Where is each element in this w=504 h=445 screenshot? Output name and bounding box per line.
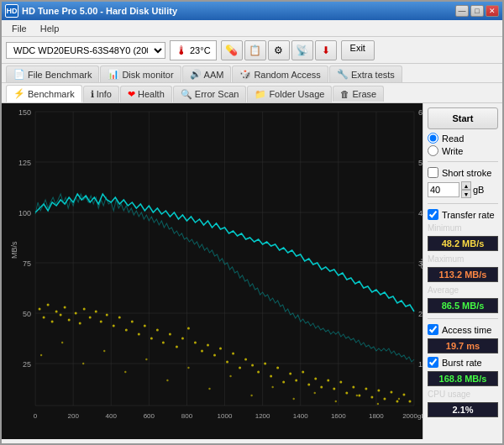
tab-health[interactable]: ❤ Health	[120, 86, 172, 102]
tab-erase[interactable]: 🗑 Erase	[333, 86, 384, 102]
svg-point-115	[208, 388, 210, 390]
svg-point-95	[339, 381, 342, 384]
transfer-rate-checkbox[interactable]: Transfer rate	[428, 209, 498, 220]
svg-point-92	[320, 386, 323, 389]
tab-aam-label: AAM	[204, 70, 224, 80]
svg-point-46	[47, 304, 50, 306]
svg-text:100: 100	[18, 209, 31, 217]
svg-text:10: 10	[418, 360, 423, 369]
svg-text:20: 20	[418, 310, 423, 318]
svg-point-55	[89, 317, 92, 319]
start-button[interactable]: Start	[428, 107, 498, 129]
tab-error-scan[interactable]: 🔍 Error Scan	[173, 86, 247, 102]
tab-benchmark[interactable]: ⚡ Benchmark	[6, 85, 82, 102]
svg-text:1600: 1600	[331, 412, 346, 420]
chart-area: 150 125 100 75 50 25 MB/s 60 50 40 30 20…	[2, 103, 423, 439]
maximize-button[interactable]: □	[470, 5, 484, 17]
toolbar-btn-1[interactable]: 💊	[221, 40, 243, 60]
write-radio[interactable]: Write	[428, 145, 498, 156]
svg-text:2000gB: 2000gB	[402, 412, 423, 420]
write-label: Write	[442, 146, 463, 156]
burst-rate-checkbox[interactable]: Burst rate	[428, 357, 498, 368]
svg-point-44	[39, 308, 41, 311]
short-stroke-input[interactable]	[428, 167, 438, 178]
svg-point-120	[314, 392, 316, 394]
burst-rate-input[interactable]	[428, 357, 438, 368]
spin-down[interactable]: ▼	[461, 190, 471, 198]
read-radio[interactable]: Read	[428, 133, 498, 144]
svg-point-51	[68, 319, 71, 322]
svg-point-45	[43, 317, 45, 319]
drive-select[interactable]: WDC WD20EURS-63S48Y0 (2000 gB)	[6, 42, 165, 59]
burst-rate-value: 168.8 MB/s	[430, 374, 496, 384]
read-label: Read	[442, 134, 464, 144]
cpu-usage-label: CPU usage	[428, 390, 498, 399]
svg-point-108	[61, 342, 63, 343]
menu-file[interactable]: File	[5, 24, 34, 34]
tab-error-scan-label: Error Scan	[195, 89, 239, 99]
tab-folder-usage[interactable]: 📁 Folder Usage	[247, 86, 332, 102]
toolbar-btn-3[interactable]: ⚙	[268, 40, 290, 60]
svg-text:1000: 1000	[218, 412, 233, 420]
window-title: HD Tune Pro 5.00 - Hard Disk Utility	[22, 6, 177, 16]
short-stroke-checkbox[interactable]: Short stroke	[428, 167, 498, 178]
top-tab-bar: 📄 File Benchmark 📊 Disk monitor 🔊 AAM 🎲 …	[2, 64, 502, 83]
svg-text:50: 50	[418, 159, 423, 167]
tab-extra-tests[interactable]: 🔧 Extra tests	[329, 65, 402, 82]
svg-point-47	[51, 321, 54, 323]
tab-file-benchmark-label: File Benchmark	[28, 70, 92, 80]
svg-point-87	[289, 373, 291, 375]
tab-aam[interactable]: 🔊 AAM	[182, 65, 232, 82]
svg-point-67	[162, 342, 165, 344]
svg-point-76	[219, 348, 222, 350]
divider-3	[428, 318, 498, 319]
toolbar-btn-4[interactable]: 📡	[291, 40, 313, 60]
file-benchmark-icon: 📄	[13, 69, 25, 80]
divider-2	[428, 203, 498, 204]
access-time-checkbox[interactable]: Access time	[428, 324, 498, 335]
toolbar-btn-2[interactable]: 📋	[244, 40, 266, 60]
minimum-label: Minimum	[428, 223, 498, 233]
svg-point-91	[314, 378, 317, 380]
minimize-button[interactable]: —	[455, 5, 469, 17]
close-button[interactable]: ✕	[486, 5, 499, 17]
title-bar: HD HD Tune Pro 5.00 - Hard Disk Utility …	[2, 2, 502, 20]
access-time-input[interactable]	[428, 324, 438, 335]
title-buttons: — □ ✕	[455, 5, 499, 17]
svg-point-70	[181, 338, 184, 340]
spin-up[interactable]: ▲	[461, 181, 471, 190]
svg-point-59	[113, 325, 115, 327]
tab-file-benchmark[interactable]: 📄 File Benchmark	[6, 65, 99, 82]
svg-point-101	[377, 390, 380, 392]
svg-point-121	[335, 400, 337, 402]
svg-text:1800: 1800	[369, 412, 384, 420]
svg-point-112	[145, 359, 147, 360]
svg-point-78	[232, 353, 234, 355]
cpu-usage-value-box: 2.1%	[428, 402, 498, 417]
svg-text:40: 40	[418, 209, 423, 217]
svg-point-71	[187, 327, 190, 330]
svg-point-118	[271, 386, 273, 388]
tab-disk-monitor[interactable]: 📊 Disk monitor	[100, 65, 181, 82]
read-radio-input[interactable]	[428, 133, 438, 144]
svg-point-80	[244, 359, 247, 361]
tab-random-access[interactable]: 🎲 Random Access	[232, 65, 328, 82]
svg-text:25: 25	[23, 360, 31, 369]
divider-1	[428, 161, 498, 162]
spinbox-input[interactable]	[428, 182, 459, 197]
cpu-usage-value: 2.1%	[430, 405, 496, 415]
transfer-rate-input[interactable]	[428, 209, 438, 220]
svg-point-97	[352, 386, 354, 389]
burst-rate-label: Burst rate	[442, 358, 482, 368]
exit-button[interactable]: Exit	[341, 40, 375, 60]
toolbar-btn-5[interactable]: ⬇	[315, 40, 337, 60]
write-radio-input[interactable]	[428, 145, 438, 156]
svg-point-62	[131, 321, 134, 323]
tab-info[interactable]: ℹ Info	[83, 86, 119, 102]
tab-info-label: Info	[97, 89, 112, 99]
tab-benchmark-label: Benchmark	[28, 89, 75, 99]
menu-help[interactable]: Help	[34, 24, 66, 34]
toolbar: WDC WD20EURS-63S48Y0 (2000 gB) 🌡 23°C 💊 …	[2, 37, 502, 64]
svg-point-61	[125, 329, 128, 332]
svg-point-119	[292, 398, 294, 400]
